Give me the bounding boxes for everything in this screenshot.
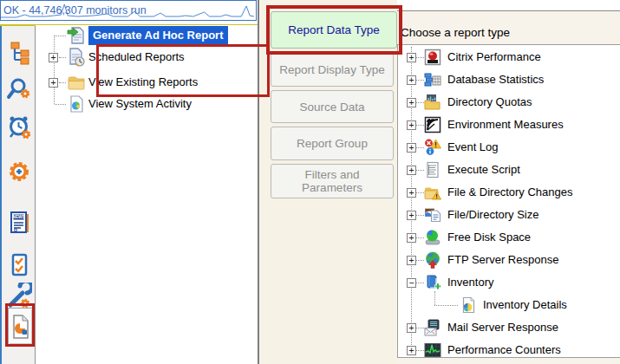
schedule-clock-icon[interactable] — [6, 114, 32, 140]
collapse-icon[interactable]: − — [407, 278, 416, 288]
expand-icon[interactable]: + — [407, 188, 416, 198]
report-type-event-log[interactable]: + Event Log — [398, 136, 620, 159]
expand-icon[interactable]: + — [407, 98, 416, 107]
tree-item-label[interactable]: Generate Ad Hoc Report — [88, 26, 228, 45]
panel-top-strip — [397, 0, 620, 11]
report-type-label[interactable]: Mail Server Response — [447, 316, 558, 339]
report-type-mail-server-response[interactable]: + Mail Server Response — [398, 316, 620, 339]
report-type-execute-script[interactable]: + Execute Script — [398, 159, 620, 181]
report-type-citrix-performance[interactable]: + Citrix Performance — [398, 46, 620, 68]
expand-icon[interactable]: + — [407, 323, 416, 333]
citrix-performance-icon — [424, 49, 441, 66]
expand-icon[interactable]: + — [407, 256, 416, 265]
tools-wrench-icon[interactable] — [6, 283, 32, 309]
performance-counters-icon — [424, 341, 441, 358]
report-type-free-disk-space[interactable]: + Free Disk Space — [398, 226, 620, 249]
tree-item-view-system-activity[interactable]: View System Activity — [36, 94, 258, 114]
hierarchy-icon[interactable] — [6, 40, 32, 66]
tab-report-data-type[interactable]: Report Data Type — [271, 11, 397, 49]
expand-icon[interactable]: + — [407, 53, 416, 62]
status-graph-bar[interactable]: OK - 44,746,307 monitors run — [0, 0, 257, 21]
tree-item-label[interactable]: View System Activity — [88, 94, 192, 114]
report-type-performance-counters[interactable]: + Performance Counters — [398, 339, 620, 358]
system-activity-icon — [67, 94, 86, 114]
expand-icon[interactable]: + — [407, 233, 416, 243]
expand-icon[interactable]: + — [407, 166, 416, 175]
mail-server-response-icon — [424, 319, 441, 336]
svg-text:NEWS: NEWS — [13, 215, 25, 219]
choose-report-type-heading: Choose a report type — [401, 26, 510, 39]
environment-measures-icon — [424, 116, 441, 133]
report-type-inventory[interactable]: − Inventory — [398, 271, 620, 294]
report-type-label[interactable]: Free Disk Space — [447, 226, 531, 249]
report-type-label[interactable]: Inventory — [447, 271, 493, 294]
expand-icon[interactable]: + — [49, 53, 58, 62]
report-type-database-statistics[interactable]: + Database Statistics — [398, 68, 620, 91]
report-type-inventory-details[interactable]: Inventory Details — [398, 294, 620, 316]
report-type-label[interactable]: Environment Measures — [447, 114, 564, 136]
database-statistics-icon — [424, 71, 441, 88]
report-type-label[interactable]: File & Directory Changes — [447, 181, 573, 204]
report-type-environment-measures[interactable]: + Environment Measures — [398, 114, 620, 136]
free-disk-space-icon — [424, 229, 441, 246]
expand-icon[interactable]: + — [49, 78, 58, 88]
folder-icon — [67, 73, 86, 92]
report-type-label[interactable]: Execute Script — [447, 159, 520, 181]
ad-hoc-report-icon — [67, 26, 86, 45]
expand-icon[interactable]: + — [407, 143, 416, 153]
report-type-label[interactable]: Database Statistics — [447, 68, 544, 91]
app-window: OK - 44,746,307 monitors run — [0, 0, 620, 364]
report-type-file-directory-size[interactable]: + File/Directory Size — [398, 204, 620, 226]
report-type-label[interactable]: Performance Counters — [447, 339, 561, 358]
inventory-icon — [424, 274, 441, 291]
tab-report-group[interactable]: Report Group — [271, 127, 394, 160]
report-type-ftp-server-response[interactable]: + FTP Server Response — [398, 249, 620, 271]
file-directory-size-icon — [424, 206, 441, 224]
file-directory-changes-icon — [424, 184, 441, 201]
tree-item-view-existing-reports[interactable]: + View Existing Reports — [36, 72, 258, 93]
report-type-panel: Choose a report type + Citrix Performanc… — [397, 0, 620, 364]
event-log-icon — [424, 139, 441, 156]
execute-script-icon — [424, 161, 441, 179]
report-type-label[interactable]: FTP Server Response — [447, 249, 558, 271]
tree-item-label[interactable]: View Existing Reports — [88, 72, 198, 93]
tab-filters-and-parameters[interactable]: Filters and Parameters — [271, 164, 394, 198]
report-type-directory-quotas[interactable]: + Directory Quotas — [398, 91, 620, 114]
ftp-server-response-icon — [424, 251, 441, 269]
tree-item-generate-ad-hoc-report[interactable]: Generate Ad Hoc Report — [36, 25, 258, 46]
directory-quotas-icon — [424, 94, 441, 111]
navigation-sidebar: NEWS — [0, 26, 36, 364]
report-type-label[interactable]: File/Directory Size — [447, 204, 538, 226]
report-type-label[interactable]: Inventory Details — [483, 294, 567, 316]
settings-gear-icon[interactable] — [6, 159, 32, 185]
tree-item-label[interactable]: Scheduled Reports — [88, 47, 185, 68]
tab-report-display-type[interactable]: Report Display Type — [271, 53, 394, 87]
expand-icon[interactable]: + — [407, 75, 416, 85]
expand-icon[interactable]: + — [407, 211, 416, 220]
news-icon[interactable]: NEWS — [6, 210, 32, 236]
search-icon[interactable] — [6, 77, 32, 103]
scheduled-reports-icon — [67, 48, 86, 67]
report-type-label[interactable]: Citrix Performance — [447, 46, 541, 68]
report-type-label[interactable]: Directory Quotas — [447, 91, 532, 114]
report-type-file-directory-changes[interactable]: + File & Directory Changes — [398, 181, 620, 204]
tree-item-scheduled-reports[interactable]: + Scheduled Reports — [36, 47, 258, 68]
report-type-list: + Citrix Performance + — [397, 44, 620, 358]
reports-nav-button[interactable] — [8, 308, 33, 345]
expand-icon[interactable]: + — [407, 120, 416, 130]
expand-icon[interactable]: + — [407, 346, 416, 355]
reports-icon — [11, 315, 30, 339]
report-type-label[interactable]: Event Log — [447, 136, 499, 159]
reports-tree-panel: Generate Ad Hoc Report + Scheduled Repor… — [36, 25, 258, 364]
checklist-icon[interactable] — [6, 252, 32, 278]
status-text: OK - 44,746,307 monitors run — [3, 4, 147, 16]
wizard-step-tabs: Report Data Type Report Display Type Sou… — [258, 0, 397, 364]
inventory-details-icon — [460, 296, 477, 314]
tab-source-data[interactable]: Source Data — [271, 90, 394, 123]
